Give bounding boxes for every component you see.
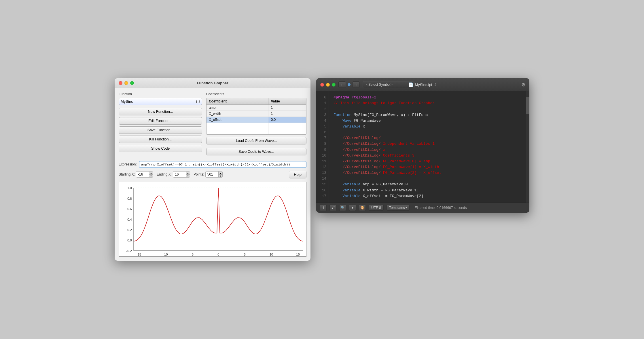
scrollbar-track[interactable] [526, 91, 529, 203]
coef-row-xwidth[interactable]: X_width 1 [207, 111, 306, 117]
right-panel: Coefficients Coefficient Value [206, 92, 306, 157]
editor-minimize-button[interactable] [326, 83, 330, 87]
coef-header-value: Value [268, 98, 306, 105]
editor-close-button[interactable] [320, 83, 324, 87]
close-button[interactable] [119, 81, 122, 85]
code-line-8: //CurveFitDialog/ Independent Variables … [334, 141, 521, 147]
templates-arrow-icon: ▾ [406, 206, 407, 209]
coef-value-xwidth: 1 [268, 111, 306, 117]
maximize-button[interactable] [130, 81, 134, 85]
keyword-variable-amp: Variable [334, 182, 361, 186]
graph-svg: 1.0 0.8 0.6 0.4 0.2 0.0 -0.2 -15 -10 -5 … [119, 182, 306, 256]
code-line-0: #pragma rtglobals=2 [334, 95, 521, 100]
search-icon-button[interactable]: 🔍 [339, 205, 346, 211]
svg-text:-15: -15 [137, 253, 141, 256]
points-down[interactable]: ▼ [218, 175, 222, 178]
code-line-15: Variable amp = FG_ParamWave[0] [334, 182, 521, 187]
kill-function-button[interactable]: Kill Function... [119, 136, 202, 143]
points-input-wrapper: ▲ ▼ [205, 171, 223, 178]
comment-12a: //CurveFitDialog/ [334, 165, 381, 169]
code-line-12: //CurveFitDialog/ FG_ParamWave[1] = X_wi… [334, 164, 521, 170]
top-section: Function MySinc ⬆⬇ New Function... Edit … [119, 92, 306, 157]
code-content[interactable]: #pragma rtglobals=2 // This file belongs… [329, 91, 526, 203]
load-coefs-button[interactable]: Load Coefs From Wave... [206, 137, 306, 144]
line-num-13: 13 [319, 170, 326, 176]
back-button[interactable]: ← [338, 81, 346, 88]
ending-x-down[interactable]: ▼ [186, 175, 190, 178]
templates-button[interactable]: Templates ▾ [387, 205, 410, 211]
line-num-4: 4 [319, 118, 326, 124]
file-icon: 📄 [408, 82, 413, 87]
symbol-select[interactable]: <Select Symbol> [363, 81, 414, 88]
help-button[interactable]: Help [289, 171, 306, 178]
starting-x-stepper: ▲ ▼ [149, 172, 153, 177]
show-code-button[interactable]: Show Code [119, 145, 202, 152]
search-dropdown-button[interactable]: ▾ [349, 205, 356, 211]
brush-icon-button[interactable]: 🖌 [329, 205, 336, 211]
editor-window-controls [320, 83, 336, 87]
coefficients-table: Coefficient Value amp 1 X_widt [207, 98, 306, 134]
line-num-6: 6 [319, 129, 326, 135]
starting-x-down[interactable]: ▼ [149, 175, 153, 178]
line-num-1: 1 [319, 100, 326, 106]
starting-x-up[interactable]: ▲ [149, 172, 153, 175]
comment-11b: FG_ParamWave[0] = amp [381, 159, 430, 163]
left-titlebar: Function Grapher [115, 78, 310, 88]
scrollbar-thumb[interactable] [526, 97, 529, 114]
coef-row-empty [207, 123, 306, 134]
keyword-variable-xoffset: Variable [334, 194, 361, 198]
svg-text:0: 0 [217, 253, 219, 256]
comment-9a: //CurveFitDialog/ [334, 148, 381, 152]
templates-label: Templates [389, 206, 405, 210]
code-line-16: Variable X_width = FG_ParamWave[1] [334, 188, 521, 193]
palette-icon-button[interactable]: 🎨 [359, 205, 366, 211]
desktop: Function Grapher Function MySinc ⬆⬇ New … [115, 78, 529, 261]
left-panel: Function MySinc ⬆⬇ New Function... Edit … [119, 92, 202, 157]
editor-maximize-button[interactable] [332, 83, 336, 87]
coef-row-xoffset[interactable]: X_offset 0.0 [207, 117, 306, 123]
function-select[interactable]: MySinc [119, 98, 202, 105]
coef-name-xoffset: X_offset [207, 117, 268, 123]
points-up[interactable]: ▲ [218, 172, 222, 175]
keyword-wave: Wave [334, 119, 351, 123]
variable-x: x [361, 124, 365, 129]
coefficients-label: Coefficients [206, 92, 306, 96]
line-num-14: 14 [319, 176, 326, 182]
new-function-button[interactable]: New Function... [119, 108, 202, 115]
filename-arrows-icon: ⇕ [434, 82, 437, 87]
code-line-17: Variable X_offset = FG_ParamWave[2] [334, 193, 521, 199]
code-editor-window: ← → <Select Symbol> 📄 MySinc.ipf ⇕ ⚙ 0 1… [316, 78, 529, 213]
function-label: Function [119, 92, 202, 96]
code-line-6 [334, 129, 521, 135]
info-icon-button[interactable]: ℹ [320, 205, 327, 211]
line-num-17: 17 [319, 193, 326, 199]
save-coefs-button[interactable]: Save Coefs to Wave... [206, 148, 306, 155]
forward-button[interactable]: → [352, 81, 360, 88]
gear-icon[interactable]: ⚙ [521, 82, 525, 87]
pragma-value: rtglobals=2 [349, 95, 376, 100]
window-controls [119, 81, 134, 85]
editor-nav-buttons: ← → [338, 81, 360, 88]
comment-10a: //CurveFitDialog/ [334, 153, 381, 158]
ending-x-label: Ending X: [157, 172, 172, 176]
comment-13b: FG_ParamWave[2] = X_offset [381, 171, 442, 175]
coef-value-xoffset: 0.0 [268, 117, 306, 123]
editor-body: 0 1 2 3 4 5 6 7 8 9 10 11 12 13 14 15 16… [316, 91, 529, 203]
minimize-button[interactable] [124, 81, 128, 85]
edit-function-button[interactable]: Edit Function... [119, 117, 202, 125]
editor-toolbar-right: ⚙ [521, 82, 525, 87]
encoding-badge[interactable]: UTF-8 [369, 205, 384, 211]
editor-filename: MySinc.ipf [415, 83, 432, 87]
pragma-keyword: #pragma [334, 95, 349, 100]
comment-9b: x [381, 148, 385, 152]
line-num-2: 2 [319, 106, 326, 112]
code-line-13: //CurveFitDialog/ FG_ParamWave[2] = X_of… [334, 170, 521, 176]
line-num-3: 3 [319, 112, 326, 118]
coef-row-amp[interactable]: amp 1 [207, 105, 306, 111]
line-num-8: 8 [319, 141, 326, 147]
save-function-button[interactable]: Save Function... [119, 126, 202, 134]
line-num-7: 7 [319, 135, 326, 141]
ending-x-up[interactable]: ▲ [186, 172, 190, 175]
svg-text:-10: -10 [163, 253, 168, 256]
expression-input[interactable] [139, 161, 306, 168]
